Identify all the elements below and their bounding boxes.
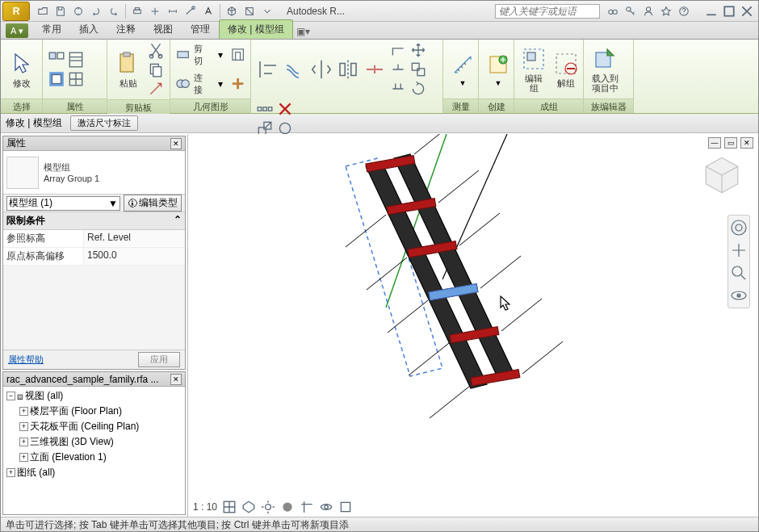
3d-icon[interactable]	[224, 3, 240, 19]
favorite-icon[interactable]	[658, 3, 674, 19]
app-menu-button[interactable]: R	[2, 2, 30, 21]
measure-button[interactable]: ▼	[448, 50, 477, 89]
property-row[interactable]: 原点标高偏移 1500.0	[3, 248, 185, 266]
tree-node[interactable]: + 图纸 (all)	[5, 465, 183, 480]
paste-button[interactable]: 粘贴	[112, 49, 144, 90]
create-button[interactable]: ▼	[484, 50, 513, 89]
redo-icon[interactable]	[106, 3, 122, 19]
join-dropdown[interactable]: ▾	[213, 75, 229, 93]
tree-node[interactable]: + 楼层平面 (Floor Plan)	[5, 404, 183, 419]
maximize-button[interactable]	[721, 5, 737, 18]
family-types-button[interactable]	[48, 70, 65, 88]
mirror-axis-button[interactable]	[309, 57, 333, 82]
open-icon[interactable]	[35, 3, 51, 19]
reveal-button[interactable]	[338, 501, 353, 513]
trim-corner-button[interactable]	[389, 41, 407, 59]
text-icon[interactable]	[200, 3, 216, 19]
add-icon[interactable]	[147, 3, 163, 19]
tree-node[interactable]: + 三维视图 (3D View)	[5, 434, 183, 450]
browser-close-button[interactable]: ✕	[170, 374, 182, 385]
trim-single-button[interactable]	[389, 61, 407, 78]
expand-icon[interactable]: +	[19, 438, 28, 446]
tab-home[interactable]: 常用	[33, 19, 70, 39]
save-icon[interactable]	[52, 3, 69, 19]
tab-view[interactable]: 视图	[145, 19, 182, 39]
align-button[interactable]	[256, 57, 280, 82]
print-icon[interactable]	[129, 3, 145, 19]
help-icon[interactable]	[676, 3, 692, 19]
edit-type-button[interactable]: 🛈编辑类型	[124, 195, 182, 212]
tab-modify-modelgroup[interactable]: 修改 | 模型组	[219, 19, 293, 39]
mirror-draw-button[interactable]	[336, 57, 360, 82]
app-title: Autodesk R...	[279, 6, 495, 17]
detail-level-button[interactable]	[222, 501, 237, 513]
svg-rect-1	[134, 10, 141, 13]
sync-icon[interactable]	[70, 3, 86, 19]
copy-tool-button[interactable]	[409, 61, 427, 78]
apply-button[interactable]: 应用	[138, 352, 180, 367]
search-input[interactable]	[495, 4, 600, 19]
drawing-canvas[interactable]: — ▭ ✕	[188, 134, 758, 517]
crop-button[interactable]	[300, 501, 314, 513]
expand-icon[interactable]: +	[19, 453, 28, 462]
binoculars-icon[interactable]	[605, 3, 621, 19]
tree-node[interactable]: + 天花板平面 (Ceiling Plan)	[5, 419, 183, 434]
trim-multiple-button[interactable]	[389, 80, 407, 98]
section-icon[interactable]	[241, 3, 258, 19]
visual-style-button[interactable]	[241, 501, 256, 513]
undo-icon[interactable]	[88, 3, 104, 19]
cut-button[interactable]	[147, 41, 165, 59]
expand-icon[interactable]: −	[6, 392, 15, 400]
level-icon[interactable]	[182, 3, 199, 19]
scale-label[interactable]: 1 : 10	[193, 501, 217, 513]
properties-close-button[interactable]: ✕	[170, 138, 182, 149]
offset-button[interactable]	[283, 57, 307, 82]
key-icon[interactable]	[623, 3, 639, 19]
options-context-label: 修改 | 模型组	[6, 116, 62, 130]
delete-button[interactable]	[276, 100, 294, 118]
property-row[interactable]: 参照标高 Ref. Level	[3, 230, 185, 248]
expand-icon[interactable]: +	[6, 468, 15, 477]
cut-geom-dropdown[interactable]: ▾	[213, 46, 229, 64]
move-button[interactable]	[409, 41, 427, 59]
modify-tool-button[interactable]: 修改	[6, 49, 37, 90]
cope-button[interactable]	[175, 46, 191, 64]
tree-node[interactable]: + 立面 (Elevation 1)	[5, 450, 183, 465]
tree-root[interactable]: − ⧇ 视图 (all)	[5, 388, 183, 404]
type-properties-button[interactable]	[48, 51, 65, 69]
tab-overflow-icon[interactable]: ▣▾	[296, 24, 311, 39]
ungroup-button[interactable]: 解组	[551, 49, 581, 90]
dropdown-icon[interactable]	[259, 3, 275, 19]
split-button[interactable]	[363, 57, 387, 82]
array-button[interactable]	[256, 100, 274, 118]
join-button[interactable]	[175, 75, 191, 93]
instance-filter-combo[interactable]: 模型组 (1)▼	[6, 196, 120, 211]
load-into-project-button[interactable]: 载入到 项目中	[589, 44, 622, 94]
cursor-indicator	[500, 295, 511, 312]
tab-insert[interactable]: 插入	[70, 19, 107, 39]
sun-path-button[interactable]	[261, 501, 275, 513]
properties-help-link[interactable]: 属性帮助	[8, 354, 44, 366]
constraints-group-header[interactable]: 限制条件⌃	[3, 212, 185, 230]
hide-isolate-button[interactable]	[319, 501, 333, 513]
minimize-button[interactable]	[703, 5, 719, 18]
user-icon[interactable]	[640, 3, 656, 19]
shadows-button[interactable]	[280, 501, 295, 513]
tab-manage[interactable]: 管理	[182, 19, 219, 39]
dimension-icon[interactable]	[165, 3, 181, 19]
type-selector[interactable]: 模型组 Array Group 1	[3, 151, 185, 195]
expand-icon[interactable]: +	[19, 407, 28, 416]
ribbon-app-badge[interactable]: A ▾	[6, 23, 28, 38]
edit-group-button[interactable]: 编辑 组	[519, 44, 548, 94]
wall-opening-button[interactable]	[230, 46, 245, 64]
match-button[interactable]	[147, 80, 165, 98]
close-button[interactable]	[739, 5, 755, 18]
copy-button[interactable]	[147, 61, 165, 78]
rotate-button[interactable]	[409, 80, 427, 98]
expand-icon[interactable]: +	[19, 422, 28, 431]
properties-button[interactable]	[67, 51, 85, 69]
family-category-button[interactable]	[67, 70, 85, 88]
activate-dimensions-button[interactable]: 激活尺寸标注	[70, 115, 138, 131]
tab-annotate[interactable]: 注释	[107, 19, 145, 39]
beam-join-button[interactable]	[230, 75, 245, 93]
